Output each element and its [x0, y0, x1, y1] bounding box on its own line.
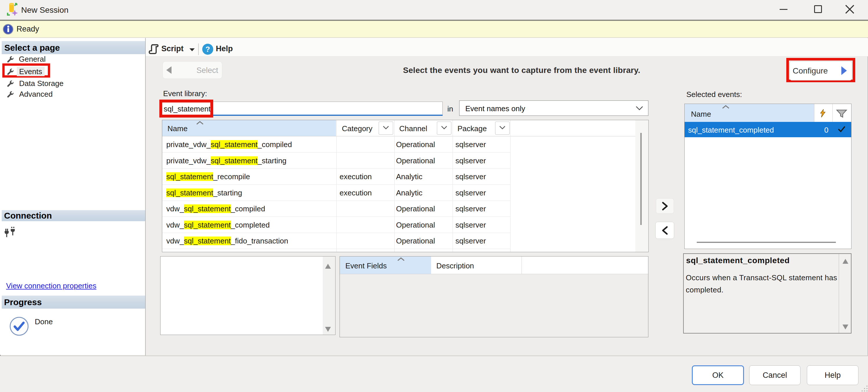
svg-text:?: ?	[206, 45, 210, 54]
